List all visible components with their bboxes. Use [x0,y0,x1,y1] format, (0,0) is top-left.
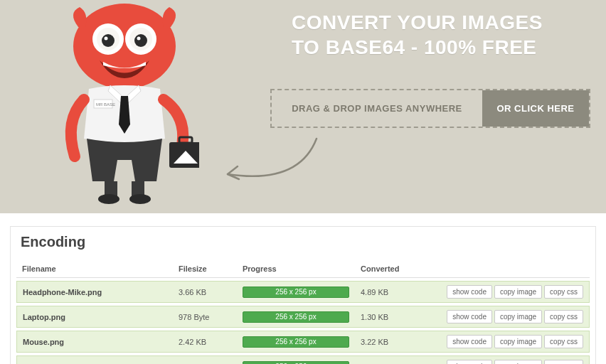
progress-bar: 256 x 256 px [243,311,349,323]
copy-image-button[interactable]: copy image [494,310,542,323]
panel-title: Encoding [11,227,595,259]
copy-css-button[interactable]: copy css [544,360,583,364]
headline-line2: TO BASE64 - 100% FREE [292,35,543,60]
copy-image-button[interactable]: copy image [494,360,542,364]
cell-actions: show codecopy imagecopy css [426,355,590,364]
cell-converted: 3.22 KB [355,331,426,353]
cell-actions: show codecopy imagecopy css [426,281,590,303]
headline-line1: CONVERT YOUR IMAGES [292,10,543,35]
show-code-button[interactable]: show code [447,285,492,299]
dropzone[interactable]: DRAG & DROP IMAGES ANYWHERE OR CLICK HER… [270,89,590,128]
dropzone-label: DRAG & DROP IMAGES ANYWHERE [272,90,482,127]
arrow-doodle-icon [213,135,320,192]
copy-image-button[interactable]: copy image [494,335,542,348]
cell-converted: 1.30 KB [355,306,426,328]
cell-filename: Laptop.png [16,306,173,328]
encoding-panel: Encoding Filename Filesize Progress Conv… [10,226,596,364]
cell-filename: Mouse.png [16,331,173,353]
progress-bar: 256 x 256 px [243,361,349,365]
copy-image-button[interactable]: copy image [494,285,542,299]
progress-bar: 256 x 256 px [243,336,349,348]
svg-point-8 [137,37,141,41]
cell-filename: Headphone-Mike.png [16,281,173,303]
cell-filesize: 3.66 KB [173,281,237,303]
copy-css-button[interactable]: copy css [544,335,583,348]
table-row: Printer.png691 Byte256 x 256 px924 Bytes… [16,355,590,364]
header-filename: Filename [16,262,173,278]
table-row: Headphone-Mike.png3.66 KB256 x 256 px4.8… [16,281,590,303]
cell-filesize: 978 Byte [173,306,237,328]
svg-point-7 [105,37,108,41]
mascot-badge-text: MR BASE [96,102,115,107]
cell-converted: 924 Byte [355,355,426,364]
progress-bar: 256 x 256 px [243,287,349,298]
header-actions [426,262,590,278]
cell-filesize: 691 Byte [173,355,237,364]
hero-section: MR BASE CONVERT YOUR IMAGES TO BASE64 - … [0,0,606,213]
header-filesize: Filesize [173,262,237,278]
cell-actions: show codecopy imagecopy css [426,331,590,353]
encoding-table: Filename Filesize Progress Converted Hea… [16,259,590,364]
table-row: Mouse.png2.42 KB256 x 256 px3.22 KBshow … [16,331,590,353]
cell-progress: 256 x 256 px [237,281,355,303]
cell-converted: 4.89 KB [355,281,426,303]
cell-filename: Printer.png [16,355,173,364]
show-code-button[interactable]: show code [447,335,492,348]
show-code-button[interactable]: show code [447,360,492,364]
svg-point-5 [102,34,115,47]
cell-progress: 256 x 256 px [237,306,355,328]
svg-point-12 [98,194,119,204]
svg-point-6 [134,34,147,47]
mascot-illustration: MR BASE [50,0,199,206]
dropzone-click-button[interactable]: OR CLICK HERE [482,90,589,127]
cell-progress: 256 x 256 px [237,355,355,364]
table-header-row: Filename Filesize Progress Converted [16,262,590,278]
svg-point-13 [129,194,151,204]
hero-headline: CONVERT YOUR IMAGES TO BASE64 - 100% FRE… [292,10,543,60]
cell-filesize: 2.42 KB [173,331,237,353]
header-converted: Converted [355,262,426,278]
copy-css-button[interactable]: copy css [544,285,583,299]
header-progress: Progress [237,262,355,278]
table-row: Laptop.png978 Byte256 x 256 px1.30 KBsho… [16,306,590,328]
cell-progress: 256 x 256 px [237,331,355,353]
show-code-button[interactable]: show code [447,310,492,323]
cell-actions: show codecopy imagecopy css [426,306,590,328]
copy-css-button[interactable]: copy css [544,310,583,323]
